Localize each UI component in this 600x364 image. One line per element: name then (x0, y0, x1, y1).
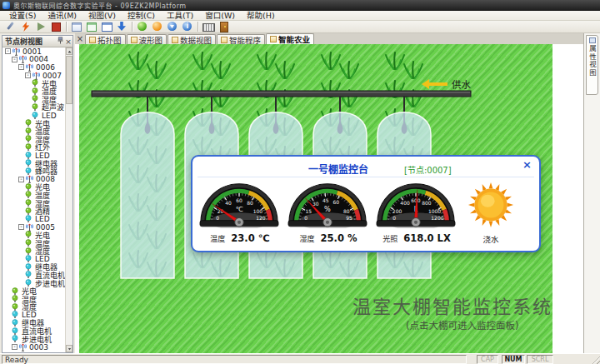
scene-subtitle: (点击大棚可进入监控面板) (406, 318, 518, 332)
tab-智能程序[interactable]: 智能程序 (217, 34, 265, 44)
tree-item-湿度[interactable]: 湿度 (2, 247, 72, 256)
water-pipe (92, 91, 471, 97)
chart-window-icon[interactable] (85, 21, 98, 32)
svg-text:1000: 1000 (428, 208, 441, 214)
tab-智能农业[interactable]: 智能农业 (266, 33, 314, 44)
sensor-icon (25, 127, 33, 136)
menu-item[interactable]: 工具(T) (161, 11, 199, 21)
sensor-icon (25, 143, 33, 152)
dialog-close-icon[interactable]: × (522, 159, 532, 171)
resize-grip[interactable] (590, 354, 600, 364)
collapse-icon[interactable]: - (18, 64, 24, 70)
sensor-icon (12, 303, 20, 312)
collapse-icon[interactable]: - (18, 224, 24, 230)
property-view-tab[interactable]: 属性视图 (586, 35, 598, 95)
pin-icon[interactable] (56, 37, 64, 47)
collapse-icon[interactable]: - (12, 57, 18, 62)
title-bar: 奥尔斯物联网综合数字实验平台 - 09EZK2MPlatform (0, 0, 600, 11)
orange-ball-icon[interactable] (151, 21, 164, 32)
scroll-up-icon[interactable] (66, 47, 72, 55)
menu-item[interactable]: 设置(S) (3, 11, 42, 21)
tree-item-酒精[interactable]: 酒精 (2, 207, 72, 216)
dialog-divider (198, 177, 534, 177)
window-title: 奥尔斯物联网综合数字实验平台 - 09EZK2MPlatform (13, 1, 187, 10)
blue-down-ball-icon[interactable] (166, 21, 179, 32)
watering-control[interactable]: 浇水 (465, 182, 517, 245)
tree-item-步进电机[interactable]: 步进电机 (2, 279, 72, 287)
tree-item-温度[interactable]: 温度 (2, 295, 72, 303)
menu-item[interactable]: 通讯(M) (42, 11, 82, 21)
tab-close-icon[interactable]: × (75, 34, 85, 44)
tab-数据视图[interactable]: 数据视图 (168, 34, 216, 44)
tree-item-0004[interactable]: -0004 (2, 56, 72, 64)
actuator-icon (25, 152, 33, 160)
main-canvas: × 拓扑图波形图数据视图智能程序智能农业 供水 温室大棚智能监控系统 (点击大棚… (75, 33, 583, 353)
tab-bar: × 拓扑图波形图数据视图智能程序智能农业 (75, 33, 583, 44)
tree-item-超声波[interactable]: 超声波 (2, 103, 72, 112)
export-window-icon[interactable] (70, 21, 83, 32)
menu-item[interactable]: 窗口(W) (199, 11, 241, 21)
tree-item-0006[interactable]: -0006 (2, 63, 72, 72)
sensor-icon (25, 207, 33, 216)
info-ball-icon[interactable] (181, 21, 194, 32)
menu-item[interactable]: 视图(V) (82, 11, 122, 21)
tree-item-0001[interactable]: -0001 (2, 47, 72, 56)
tab-icon (172, 37, 178, 43)
menu-item[interactable]: 控制(C) (122, 11, 161, 21)
green-ball-icon[interactable] (136, 21, 149, 32)
tree-scrollbar[interactable] (65, 47, 72, 352)
status-message: Ready (2, 355, 467, 364)
tab-拓扑图[interactable]: 拓扑图 (85, 34, 126, 44)
scroll-down-icon[interactable] (66, 345, 72, 352)
svg-text:℃: ℃ (235, 205, 242, 213)
actuator-icon (12, 319, 20, 327)
tree-item-0007[interactable]: -0007 (2, 72, 72, 80)
sensor-icon (32, 79, 40, 87)
svg-text:45: 45 (322, 197, 329, 203)
collapse-icon[interactable]: - (12, 344, 18, 350)
tab-波形图[interactable]: 波形图 (127, 34, 168, 44)
collapse-icon[interactable]: - (18, 177, 24, 182)
keyboard-icon[interactable] (202, 21, 215, 32)
svg-text:30: 30 (312, 201, 319, 207)
collapse-icon[interactable]: - (5, 48, 11, 54)
svg-text:80: 80 (247, 200, 253, 206)
tree-item-label: 0004 (29, 55, 48, 63)
gauge-value: 25.0 % (321, 232, 358, 244)
tree-item-步进电机[interactable]: 步进电机 (2, 335, 72, 343)
actuator-icon (12, 335, 20, 343)
greenhouse-tunnel[interactable] (121, 112, 174, 278)
tree-item-LED[interactable]: LED (2, 215, 72, 223)
sensor-icon (25, 239, 33, 247)
app-icon (2, 2, 10, 9)
svg-text:60: 60 (333, 199, 340, 205)
scroll-thumb[interactable] (66, 56, 72, 104)
svg-text:0: 0 (216, 215, 219, 221)
antenna-icon (26, 63, 34, 72)
tree-item-蜂鸣器[interactable]: 蜂鸣器 (2, 167, 72, 176)
tree-item-红外[interactable]: 红外 (2, 143, 72, 152)
window-icon[interactable] (100, 21, 113, 32)
menu-item[interactable]: 帮助(H) (241, 11, 281, 21)
actuator-icon (25, 215, 33, 223)
exit-door-icon[interactable] (217, 21, 230, 32)
stop-icon[interactable] (49, 21, 62, 32)
sensor-icon (25, 231, 33, 239)
property-view-label: 属性视图 (588, 45, 598, 77)
download-icon[interactable] (115, 21, 128, 32)
lightning-icon[interactable] (19, 21, 32, 32)
svg-text:200: 200 (392, 208, 402, 214)
collapse-icon[interactable]: - (25, 72, 31, 78)
gauge-name: 光照 (382, 233, 398, 244)
tree-item-0003[interactable]: -0003 (2, 343, 72, 352)
tree-item-温度[interactable]: 温度 (2, 87, 72, 96)
menu-bar: 设置(S)通讯(M)视图(V)控制(C)工具(T)窗口(W)帮助(H) (0, 11, 600, 21)
svg-text:15: 15 (305, 208, 312, 214)
play-icon[interactable] (34, 21, 48, 32)
tree-item-光电[interactable]: 光电 (2, 79, 72, 87)
sensor-icon (25, 247, 33, 256)
sun-icon[interactable] (468, 182, 514, 228)
tree-item-湿度[interactable]: 湿度 (2, 303, 72, 312)
close-icon[interactable]: × (64, 37, 72, 47)
pencil-icon[interactable] (4, 21, 18, 32)
